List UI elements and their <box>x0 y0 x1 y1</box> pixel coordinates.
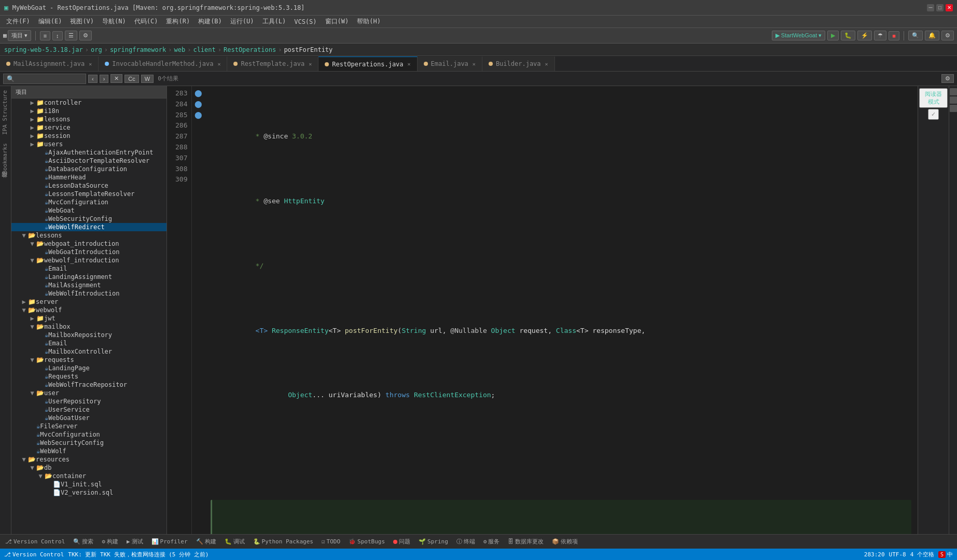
tree-item-mailboxrepository[interactable]: ☕ MailboxRepository <box>11 331 167 339</box>
bottom-item-database[interactable]: 🗄 数据库更改 <box>506 537 546 547</box>
search-btn-case[interactable]: Cc <box>124 75 138 83</box>
menu-item-file[interactable]: 文件(F) <box>2 16 34 27</box>
tree-item-userservice[interactable]: ☕ UserService <box>11 405 167 414</box>
toolbar-btn-coverage[interactable]: ☂ <box>874 31 886 40</box>
tab-email[interactable]: Email.java ✕ <box>418 57 482 71</box>
toolbar-btn-notifications[interactable]: 🔔 <box>925 31 939 40</box>
tree-item-session[interactable]: ▶ 📁 session <box>11 132 167 140</box>
bottom-item-spotbugs[interactable]: 🐞 SpotBugs <box>346 537 387 546</box>
tab-restoperations[interactable]: RestOperations.java ✕ <box>318 57 417 71</box>
reader-checkmark[interactable]: ✓ <box>928 109 939 120</box>
tree-item-websecurityconfig2[interactable]: ☕ WebSecurityConfig <box>11 439 167 447</box>
side-tab-ipa[interactable]: IPA Structure <box>0 86 11 139</box>
tree-item-webwolfredirect[interactable]: ☕ WebWolfRedirect <box>11 223 167 231</box>
minimize-button[interactable]: ─ <box>927 4 934 11</box>
tree-item-dbconfig[interactable]: ☕ DatabaseConfiguration <box>11 165 167 173</box>
tree-item-ajax[interactable]: ☕ AjaxAuthenticationEntryPoint <box>11 148 167 157</box>
menu-item-window[interactable]: 窗口(W) <box>321 16 353 27</box>
search-btn-prev[interactable]: ‹ <box>88 75 98 83</box>
menu-item-refactor[interactable]: 重构(R) <box>162 16 194 27</box>
tree-item-email-webwolf[interactable]: ☕ Email <box>11 264 167 273</box>
tree-item-mvcconfiguration[interactable]: ☕ MvcConfiguration <box>11 198 167 206</box>
toolbar-btn-profile[interactable]: ⚡ <box>857 31 872 40</box>
tree-item-lessondatasource[interactable]: ☕ LessonDataSource <box>11 181 167 190</box>
close-button[interactable]: ✕ <box>946 4 953 11</box>
status-position[interactable]: 283:20 <box>864 551 885 558</box>
side-tab-build[interactable]: 构建 <box>0 178 11 187</box>
tree-item-webwolftracerepositor[interactable]: ☕ WebWolfTraceRepositor <box>11 381 167 389</box>
tree-item-resources[interactable]: ▼ 📂 resources <box>11 455 167 464</box>
bottom-item-build[interactable]: ⚙ 构建 <box>100 537 120 547</box>
toolbar-btn-settings[interactable]: ⚙ <box>79 31 92 40</box>
tree-item-db[interactable]: ▼ 📂 db <box>11 464 167 472</box>
menu-item-help[interactable]: 帮助(H) <box>353 16 385 27</box>
tab-builder[interactable]: Builder.java ✕ <box>482 57 555 71</box>
search-input[interactable] <box>3 74 86 84</box>
tree-item-user[interactable]: ▼ 📂 user <box>11 389 167 397</box>
tree-item-v2versionsql[interactable]: 📄 V2_version.sql <box>11 488 167 497</box>
tree-item-jwt[interactable]: ▶ 📁 jwt <box>11 314 167 323</box>
menu-item-build[interactable]: 构建(B) <box>194 16 226 27</box>
breadcrumb-client[interactable]: client <box>193 46 215 53</box>
menu-item-nav[interactable]: 导航(N) <box>98 16 130 27</box>
tab-resttemplate[interactable]: RestTemplate.java ✕ <box>227 57 318 71</box>
tree-item-hammerhead[interactable]: ☕ HammerHead <box>11 173 167 181</box>
menu-item-view[interactable]: 视图(V) <box>66 16 98 27</box>
tree-item-webgoatintroduction[interactable]: ☕ WebGoatIntroduction <box>11 248 167 256</box>
bottom-item-python[interactable]: 🐍 Python Packages <box>251 537 315 546</box>
breadcrumb-restoperations[interactable]: RestOperations <box>224 46 276 53</box>
toolbar-project-btn[interactable]: 项目 ▾ <box>8 30 31 41</box>
bottom-item-spring[interactable]: 🌱 Spring <box>417 537 450 546</box>
tab-close-email[interactable]: ✕ <box>473 61 476 67</box>
menu-item-tools[interactable]: 工具(L) <box>258 16 290 27</box>
tree-item-service[interactable]: ▶ 📁 service <box>11 123 167 132</box>
breadcrumb-jar[interactable]: spring-web-5.3.18.jar <box>4 46 83 53</box>
search-btn-filter[interactable]: ⚙ <box>941 74 954 83</box>
toolbar-btn-debug[interactable]: 🐛 <box>841 31 855 40</box>
toolbar-btn-stop[interactable]: ■ <box>889 31 899 40</box>
tree-item-container[interactable]: ▼ 📂 container <box>11 472 167 480</box>
toolbar-btn-run[interactable]: ▶ StartWebGoat ▾ <box>772 31 826 40</box>
toolbar-btn-structure[interactable]: ≡ <box>40 31 50 40</box>
tree-item-controller[interactable]: ▶ 📁 controller <box>11 99 167 107</box>
bottom-item-terminal[interactable]: ⓘ 终端 <box>454 537 477 547</box>
tree-item-fileserver[interactable]: ☕ FileServer <box>11 422 167 430</box>
breadcrumb-org[interactable]: org <box>91 46 102 53</box>
toolbar-btn-sort[interactable]: ↕ <box>52 31 63 40</box>
search-btn-next[interactable]: › <box>100 75 109 83</box>
bottom-item-search[interactable]: 🔍 搜索 <box>71 537 95 547</box>
breadcrumb-web[interactable]: web <box>174 46 185 53</box>
tree-item-mailassignment[interactable]: ☕ MailAssignment <box>11 281 167 289</box>
status-indent[interactable]: 4 个空格 <box>910 551 934 558</box>
tree-item-landingassignment[interactable]: ☕ LandingAssignment <box>11 273 167 281</box>
tree-item-webwolf-intro[interactable]: ▼ 📂 webwolf_introduction <box>11 256 167 264</box>
tree-item-webgoatuser[interactable]: ☕ WebGoatUser <box>11 414 167 422</box>
tree-item-webgoat-intro[interactable]: ▼ 📂 webgoat_introduction <box>11 240 167 248</box>
tree-item-users[interactable]: ▶ 📁 users <box>11 140 167 148</box>
tree-item-userrepository[interactable]: ☕ UserRepository <box>11 397 167 405</box>
side-tab-bookmarks[interactable]: Bookmarks <box>0 139 11 178</box>
tree-item-websecurityconfig[interactable]: ☕ WebSecurityConfig <box>11 215 167 223</box>
status-sougou[interactable]: S 中 <box>938 551 953 558</box>
bottom-item-profiler[interactable]: 📊 Profiler <box>149 537 190 546</box>
tree-item-requestsfile[interactable]: ☕ Requests <box>11 372 167 381</box>
toolbar-btn-align[interactable]: ☰ <box>65 31 77 40</box>
tree-item-email-mailbox[interactable]: ☕ Email <box>11 339 167 347</box>
toolbar-btn-play[interactable]: ▶ <box>827 31 839 40</box>
menu-item-run[interactable]: 运行(U) <box>226 16 258 27</box>
menu-item-edit[interactable]: 编辑(E) <box>34 16 66 27</box>
bottom-item-versioncontrol[interactable]: ⎇ Version Control <box>3 537 67 546</box>
status-vcs[interactable]: ⎇ Version Control <box>4 551 64 558</box>
maximize-button[interactable]: □ <box>936 4 944 11</box>
menu-item-vcs[interactable]: VCS(S) <box>290 17 321 26</box>
bottom-item-test[interactable]: ▶ 测试 <box>124 537 145 547</box>
bottom-item-todo[interactable]: ☑ TODO <box>320 537 342 546</box>
menu-item-code[interactable]: 代码(C) <box>130 16 162 27</box>
tree-item-mailbox[interactable]: ▼ 📂 mailbox <box>11 323 167 331</box>
search-btn-close[interactable]: ✕ <box>110 74 122 83</box>
tree-item-lessonstemplateresolver[interactable]: ☕ LessonsTemplateResolver <box>11 190 167 198</box>
bottom-item-problems[interactable]: 问题 <box>391 537 412 547</box>
tree-item-mvcconfiguration2[interactable]: ☕ MvcConfiguration <box>11 430 167 439</box>
tree-item-webwolf[interactable]: ▼ 📂 webwolf <box>11 306 167 314</box>
tree-item-webwolf2[interactable]: ☕ WebWolf <box>11 447 167 455</box>
